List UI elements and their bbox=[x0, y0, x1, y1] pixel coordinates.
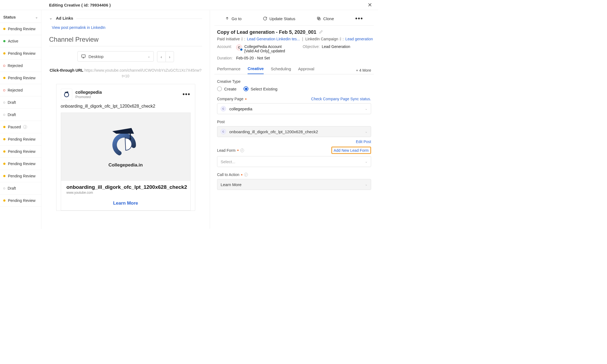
chevron-down-icon[interactable]: ⌄ bbox=[49, 16, 53, 20]
tab-performance[interactable]: Performance bbox=[217, 66, 241, 74]
permalink-link[interactable]: View post permalink in LinkedIn bbox=[49, 25, 202, 35]
chevron-down-icon: ⌄ bbox=[365, 183, 368, 186]
cta-select[interactable]: Learn More ⌄ bbox=[217, 179, 371, 190]
status-label: Pending Review bbox=[8, 27, 35, 31]
update-status-button[interactable]: Update Status bbox=[263, 16, 295, 21]
edit-post-link[interactable]: Edit Post bbox=[356, 139, 371, 144]
status-row[interactable]: Pending Review bbox=[0, 145, 41, 158]
chevron-down-icon: ⌄ bbox=[365, 130, 368, 134]
status-row[interactable]: Pending Review bbox=[0, 72, 41, 84]
status-row[interactable]: Draft bbox=[0, 109, 41, 121]
radio-create[interactable]: Create bbox=[217, 86, 236, 91]
desktop-icon bbox=[81, 54, 86, 59]
required-dot-icon bbox=[237, 150, 239, 151]
tabs-more[interactable]: + 4 More bbox=[356, 68, 371, 72]
svg-rect-6 bbox=[130, 133, 131, 138]
device-select-value: Desktop bbox=[89, 54, 104, 59]
radio-icon bbox=[217, 86, 222, 91]
more-actions-icon[interactable]: ••• bbox=[355, 15, 363, 22]
clone-label: Clone bbox=[323, 16, 334, 21]
close-icon[interactable]: ✕ bbox=[368, 2, 372, 8]
post-label: Post bbox=[217, 120, 225, 124]
linkedin-badge-icon bbox=[240, 48, 243, 51]
status-dot-icon bbox=[3, 138, 5, 140]
cta-value: Learn More bbox=[221, 182, 242, 187]
clone-button[interactable]: Clone bbox=[317, 16, 334, 21]
tab-approval[interactable]: Approval bbox=[298, 66, 314, 74]
tab-creative[interactable]: Creative bbox=[248, 66, 264, 74]
status-row[interactable]: Pending Review bbox=[0, 133, 41, 145]
goto-button[interactable]: Go to bbox=[225, 16, 242, 21]
status-row[interactable]: Rejected bbox=[0, 60, 41, 72]
edit-title-icon[interactable] bbox=[319, 30, 323, 35]
status-dot-icon bbox=[3, 175, 5, 177]
post-cta-button[interactable]: Learn More bbox=[61, 196, 190, 210]
status-dot-icon bbox=[3, 89, 5, 91]
sync-status-link[interactable]: Check Company Page Sync status. bbox=[311, 97, 371, 101]
objective-label: Objective: bbox=[303, 44, 320, 49]
status-column-label: Status bbox=[3, 15, 16, 19]
company-page-label: Company Page bbox=[217, 97, 244, 101]
page-icon: C bbox=[221, 129, 226, 134]
status-sidebar: Status ⌄ Pending ReviewActivePending Rev… bbox=[0, 10, 41, 229]
status-label: Active bbox=[8, 39, 18, 43]
status-label: Pending Review bbox=[8, 51, 35, 56]
crumb-link-pi[interactable]: Lead Generation Linkedin tes... bbox=[247, 37, 300, 41]
refresh-icon bbox=[263, 16, 267, 21]
add-lead-form-link[interactable]: Add New Lead Form bbox=[334, 148, 369, 153]
post-menu-icon[interactable]: ••• bbox=[182, 91, 190, 98]
status-row[interactable]: Rejected bbox=[0, 84, 41, 96]
status-row[interactable]: Pending Review bbox=[0, 195, 41, 207]
info-icon[interactable]: i bbox=[340, 37, 341, 41]
status-row[interactable]: Draft bbox=[0, 96, 41, 109]
svg-point-3 bbox=[64, 93, 69, 97]
device-select[interactable]: Desktop ⌄ bbox=[77, 51, 154, 62]
status-row[interactable]: Pausedi bbox=[0, 121, 41, 133]
cta-label: Call to Action bbox=[217, 172, 239, 177]
status-row[interactable]: Pending Review bbox=[0, 23, 41, 35]
account-value: CollegePedia Account [Valid Ad Only]_upd… bbox=[244, 44, 291, 53]
status-row[interactable]: Pending Review bbox=[0, 47, 41, 60]
crumb-link-lc[interactable]: Lead generation - Fe... bbox=[345, 37, 374, 41]
clone-icon bbox=[317, 16, 321, 21]
status-row[interactable]: Draft bbox=[0, 182, 41, 195]
status-dot-icon bbox=[3, 77, 5, 79]
add-lead-form-highlight: Add New Lead Form bbox=[331, 147, 371, 154]
clickthrough-url: https://www.youtube.com/channel/UCWOVnbY… bbox=[85, 68, 202, 78]
info-icon[interactable]: i bbox=[240, 148, 244, 152]
tab-scheduling[interactable]: Scheduling bbox=[271, 66, 291, 74]
ad-preview-card: collegepedia Promoted ••• onboarding_ill… bbox=[56, 84, 195, 211]
arrow-up-icon bbox=[225, 16, 229, 21]
update-status-label: Update Status bbox=[269, 16, 295, 21]
promoted-label: Promoted bbox=[76, 95, 102, 99]
page-avatar bbox=[61, 89, 72, 100]
info-icon[interactable]: i bbox=[244, 173, 248, 177]
status-row[interactable]: Active bbox=[0, 35, 41, 47]
info-icon[interactable]: i bbox=[23, 125, 27, 129]
company-page-value: collegepedia bbox=[229, 107, 252, 111]
crumb-label-pi: Paid Initiative bbox=[217, 37, 240, 41]
lead-form-select[interactable]: Select... ⌄ bbox=[217, 156, 371, 167]
account-avatar: C bbox=[236, 44, 242, 50]
lead-form-label: Lead Form bbox=[217, 148, 236, 153]
status-label: Pending Review bbox=[8, 76, 35, 80]
info-icon[interactable]: i bbox=[241, 37, 242, 41]
divider bbox=[76, 19, 202, 19]
status-label: Pending Review bbox=[8, 162, 35, 166]
status-dot-icon bbox=[3, 65, 5, 67]
post-select[interactable]: C onboarding_ill_digork_ofc_lpt_1200x628… bbox=[217, 126, 371, 137]
status-row[interactable]: Pending Review bbox=[0, 158, 41, 170]
required-dot-icon bbox=[241, 174, 242, 175]
account-label: Account: bbox=[217, 44, 234, 49]
prev-button[interactable]: ‹ bbox=[157, 51, 166, 62]
status-row[interactable]: Pending Review bbox=[0, 170, 41, 182]
svg-marker-4 bbox=[64, 92, 68, 93]
company-page-select[interactable]: C collegepedia ⌄ bbox=[217, 103, 371, 114]
radio-select-existing[interactable]: Select Existing bbox=[244, 86, 277, 91]
next-button[interactable]: › bbox=[166, 51, 174, 62]
status-label: Draft bbox=[8, 186, 16, 190]
status-dot-icon bbox=[3, 126, 5, 128]
status-label: Rejected bbox=[8, 88, 23, 92]
status-label: Draft bbox=[8, 113, 16, 117]
status-column-header[interactable]: Status ⌄ bbox=[0, 10, 41, 23]
